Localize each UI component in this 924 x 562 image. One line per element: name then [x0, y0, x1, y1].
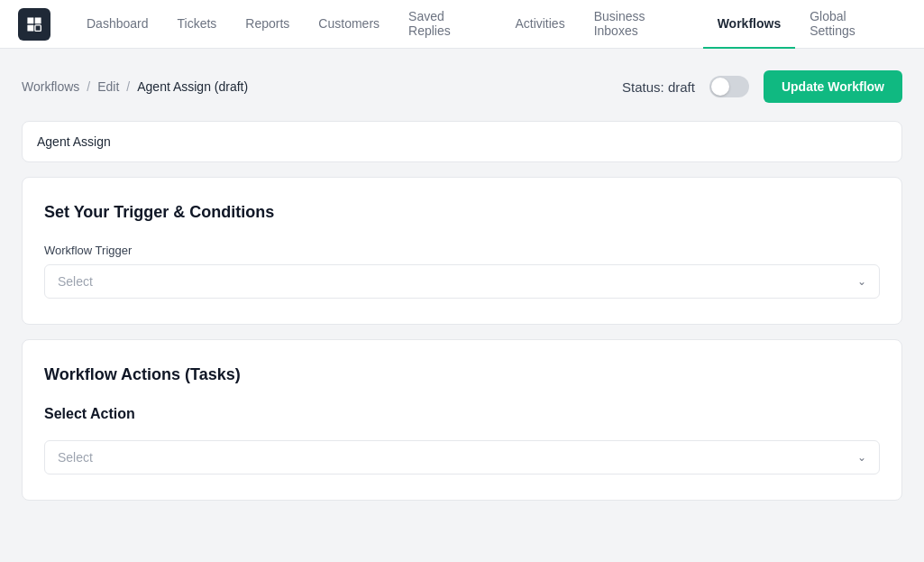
trigger-conditions-card: Set Your Trigger & Conditions Workflow T… [22, 177, 902, 325]
action-select[interactable]: Select ⌄ [44, 440, 880, 474]
nav-link-tickets[interactable]: Tickets [163, 0, 232, 49]
nav-link-activities[interactable]: Activities [500, 0, 579, 49]
actions-section-title: Workflow Actions (Tasks) [44, 365, 880, 384]
page-header: Workflows / Edit / Agent Assign (draft) … [22, 70, 902, 103]
navbar: Dashboard Tickets Reports Customers Save… [0, 0, 924, 49]
nav-link-business-inboxes[interactable]: Business Inboxes [580, 0, 703, 49]
nav-link-customers[interactable]: Customers [304, 0, 394, 49]
nav-link-workflows[interactable]: Workflows [703, 0, 796, 49]
trigger-section-title: Set Your Trigger & Conditions [44, 203, 880, 222]
nav-link-saved-replies[interactable]: Saved Replies [394, 0, 500, 49]
action-chevron-icon: ⌄ [857, 451, 866, 464]
nav-links: Dashboard Tickets Reports Customers Save… [72, 0, 906, 49]
status-toggle[interactable] [709, 76, 749, 97]
breadcrumb-sep-1: / [87, 79, 90, 94]
header-right: Status: draft Update Workflow [622, 70, 902, 103]
trigger-select[interactable]: Select ⌄ [44, 264, 880, 299]
breadcrumb: Workflows / Edit / Agent Assign (draft) [22, 79, 248, 94]
nav-link-dashboard[interactable]: Dashboard [72, 0, 163, 49]
workflow-name-input[interactable] [37, 134, 887, 149]
update-workflow-button[interactable]: Update Workflow [764, 70, 902, 103]
action-select-placeholder: Select [58, 450, 93, 465]
nav-link-global-settings[interactable]: Global Settings [795, 0, 906, 49]
workflow-name-card [22, 121, 902, 162]
app-logo[interactable] [18, 8, 50, 41]
trigger-field-label: Workflow Trigger [44, 244, 880, 257]
trigger-chevron-icon: ⌄ [857, 275, 866, 288]
main-content: Workflows / Edit / Agent Assign (draft) … [0, 49, 924, 537]
breadcrumb-sep-2: / [126, 79, 130, 94]
status-label: Status: draft [622, 79, 695, 95]
trigger-select-placeholder: Select [58, 274, 93, 289]
breadcrumb-current: Agent Assign (draft) [137, 79, 248, 94]
svg-rect-0 [35, 24, 41, 30]
workflow-actions-card: Workflow Actions (Tasks) Select Action S… [22, 339, 902, 501]
select-action-title: Select Action [44, 406, 880, 422]
breadcrumb-workflows[interactable]: Workflows [22, 79, 79, 94]
breadcrumb-edit[interactable]: Edit [97, 79, 119, 94]
nav-link-reports[interactable]: Reports [231, 0, 304, 49]
